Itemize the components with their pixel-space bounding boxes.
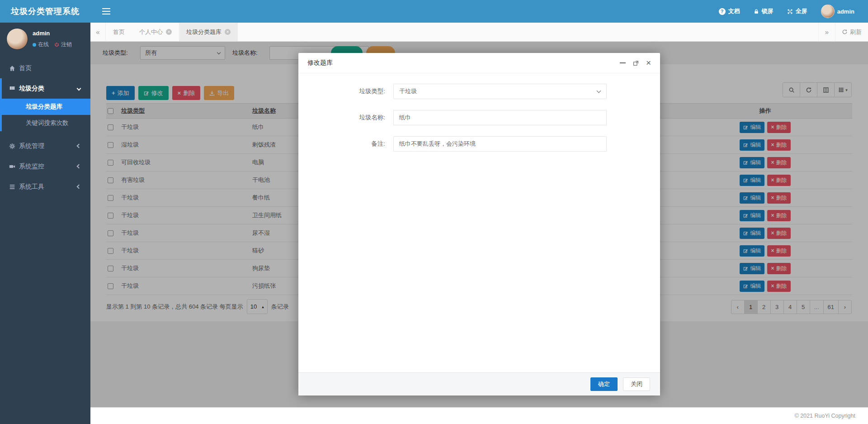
dialog-form: 垃圾类型: 干垃圾 垃圾名称: 备注:	[298, 84, 660, 152]
user-avatar	[6, 28, 28, 50]
scroll-tabs-left-icon[interactable]: «	[90, 23, 106, 41]
user-status: 在线	[38, 41, 49, 48]
fullscreen-icon	[787, 9, 793, 14]
sidebar-item-tools[interactable]: 系统工具	[0, 176, 90, 197]
sidebar-item-home[interactable]: 首页	[0, 58, 90, 78]
confirm-button[interactable]: 确定	[590, 377, 618, 391]
tab-home[interactable]: 首页	[106, 23, 132, 41]
field-name-label: 垃圾名称:	[298, 110, 393, 125]
tab-close-icon[interactable]: ×	[166, 29, 172, 35]
minimize-icon[interactable]	[620, 62, 626, 63]
field-type-label: 垃圾类型:	[298, 84, 393, 99]
sidebar-item-category[interactable]: 垃圾分类	[2, 78, 90, 99]
user-name: admin	[33, 30, 50, 37]
chevron-left-icon	[77, 144, 81, 148]
category-grid-icon	[9, 86, 19, 92]
sidebar: 垃圾分类管理系统 admin 在线 注销 首页 垃圾分类	[0, 0, 90, 424]
refresh-tab-button[interactable]: 刷新	[835, 23, 868, 41]
sidebar-item-monitor[interactable]: 系统监控	[0, 156, 90, 176]
lock-screen-link[interactable]: 锁屏	[754, 7, 774, 15]
tab-profile[interactable]: 个人中心 ×	[132, 23, 179, 41]
sidebar-item-system[interactable]: 系统管理	[0, 136, 90, 156]
doc-link[interactable]: ? 文档	[719, 7, 740, 15]
tab-question-bank[interactable]: 垃圾分类题库 ×	[179, 23, 238, 41]
navbar-avatar	[821, 5, 835, 18]
chevron-left-icon	[77, 164, 81, 169]
copyright: © 2021 RuoYi Copyright	[90, 407, 868, 424]
close-icon[interactable]: ×	[646, 60, 651, 66]
scroll-tabs-right-icon[interactable]: »	[818, 23, 835, 41]
sidebar-user-panel: admin 在线 注销	[0, 27, 90, 54]
top-navbar: ? 文档 锁屏 全屏 admin	[90, 0, 868, 23]
sidebar-item-question-bank[interactable]: 垃圾分类题库	[2, 99, 90, 115]
edit-dialog: 修改题库 × 垃圾类型: 干垃圾 垃圾名称: 备注:	[298, 53, 660, 395]
field-remark-label: 备注:	[298, 136, 393, 152]
chevron-down-icon	[77, 86, 81, 91]
maximize-icon[interactable]	[633, 60, 639, 66]
sidebar-section-category: 垃圾分类 垃圾分类题库 关键词搜索次数	[0, 78, 90, 131]
home-icon	[9, 65, 19, 71]
user-menu[interactable]: admin	[821, 5, 854, 18]
gear-icon	[9, 143, 19, 149]
list-bars-icon	[9, 184, 19, 190]
close-button[interactable]: 关闭	[623, 377, 650, 391]
tab-close-icon[interactable]: ×	[225, 29, 231, 35]
refresh-icon	[842, 29, 848, 35]
online-dot-icon	[33, 43, 36, 47]
video-camera-icon	[9, 163, 19, 170]
hamburger-menu-icon[interactable]	[102, 6, 110, 16]
question-circle-icon: ?	[719, 8, 726, 15]
app-title: 垃圾分类管理系统	[0, 0, 90, 23]
dialog-footer: 确定 关闭	[298, 372, 660, 395]
dialog-header: 修改题库 ×	[298, 53, 660, 73]
sidebar-item-keyword-search[interactable]: 关键词搜索次数	[2, 115, 90, 131]
remark-input[interactable]	[393, 136, 607, 152]
dialog-title: 修改题库	[307, 59, 333, 67]
sidebar-menu: 首页 垃圾分类 垃圾分类题库 关键词搜索次数 系统管理 系统	[0, 58, 90, 197]
logout-link[interactable]: 注销	[61, 41, 72, 48]
name-input[interactable]	[393, 110, 607, 125]
logout-icon	[54, 42, 59, 47]
fullscreen-link[interactable]: 全屏	[787, 7, 807, 15]
tab-bar: « 首页 个人中心 × 垃圾分类题库 × » 刷新	[90, 23, 868, 42]
type-select[interactable]: 干垃圾	[393, 84, 607, 99]
chevron-down-icon	[597, 89, 601, 93]
lock-icon	[754, 9, 759, 14]
chevron-left-icon	[77, 185, 81, 189]
